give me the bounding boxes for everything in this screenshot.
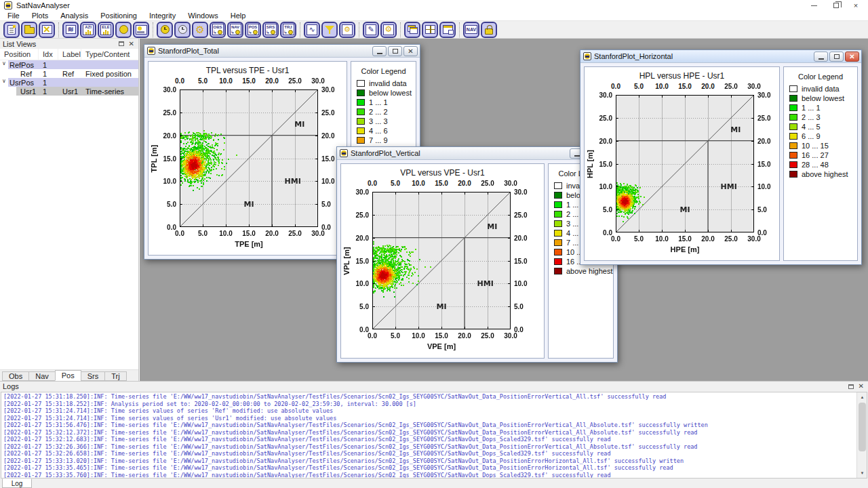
window-icon	[147, 47, 155, 55]
filter-funnel-icon[interactable]	[321, 22, 338, 38]
clock-filled-icon[interactable]	[157, 22, 173, 38]
tab-trj[interactable]: Trj	[104, 371, 126, 381]
restore-icon[interactable]	[827, 0, 846, 11]
lock-icon[interactable]	[481, 22, 497, 38]
mdi-window-vertical[interactable]: StanfordPlot_Vertical✕VPL versus VPE - U…	[336, 146, 618, 363]
pos-timeseries-icon[interactable]: POS↳	[245, 22, 261, 38]
menu-item-windows[interactable]: Windows	[182, 12, 224, 20]
column-header-label[interactable]: Label	[58, 49, 81, 60]
x-tick-label: 30.0	[500, 180, 521, 187]
open-folder-icon[interactable]	[21, 22, 37, 38]
plot-canvas[interactable]	[616, 95, 754, 232]
arrange-windows-icon[interactable]	[439, 22, 456, 38]
close-view-icon[interactable]: ✕	[39, 22, 55, 38]
cell: RefPos	[0, 60, 39, 69]
menu-item-help[interactable]: Help	[224, 12, 252, 20]
y-tick-label: 10.0	[593, 183, 612, 190]
plot-canvas[interactable]	[180, 89, 318, 227]
minimize-button[interactable]	[814, 52, 828, 62]
legend-label: 3 ... 3	[369, 117, 388, 125]
scroll-up-icon[interactable]: ▲	[857, 392, 867, 402]
clock-outline-icon[interactable]	[174, 22, 191, 38]
map-plot-icon[interactable]	[133, 22, 149, 38]
legend-entry: 6 ... 9	[784, 131, 857, 141]
close-icon[interactable]: ×	[846, 0, 865, 11]
y-tick-label: 15.0	[593, 161, 612, 168]
plot-canvas[interactable]	[372, 192, 511, 329]
skyplot-icon[interactable]	[115, 22, 132, 38]
minimize-button[interactable]	[372, 46, 387, 56]
float-panel-icon[interactable]	[848, 384, 854, 389]
minimize-icon[interactable]	[804, 0, 823, 11]
mdi-window-horizontal[interactable]: StanfordPlot_Horizontal✕HPL versus HPE -…	[580, 49, 862, 265]
timeseries-plot-icon[interactable]: ≋	[62, 22, 79, 38]
y-tick-label: 25.0	[157, 109, 176, 117]
x-tick-label: 5.0	[629, 235, 649, 243]
azimuth-plot-icon[interactable]: AZI	[80, 22, 96, 38]
column-header-idx[interactable]: Idx	[39, 49, 58, 60]
list-views-column-header: PositionIdxLabelType/Content	[0, 49, 138, 60]
y-tick-label: 5.0	[349, 303, 369, 310]
column-header-position[interactable]: Position	[0, 49, 39, 60]
legend-entry: 1 ... 1	[784, 103, 857, 113]
close-panel-icon[interactable]: ✕	[859, 383, 864, 390]
maximize-button[interactable]	[388, 46, 402, 56]
list-item-usrpos[interactable]: ∨UsrPos1	[0, 78, 138, 87]
report-icon[interactable]	[3, 22, 20, 38]
log-line: [2022-01-27 15:33:35.760]:INF: Time-seri…	[3, 472, 867, 479]
tab-obs[interactable]: Obs	[2, 371, 29, 381]
log-line: [2022-01-27 15:32:12.372]:INF: Time-seri…	[3, 429, 867, 436]
tab-pos[interactable]: Pos	[55, 370, 81, 381]
list-item-refpos[interactable]: ∨RefPos1	[0, 60, 138, 69]
float-panel-icon[interactable]	[119, 41, 124, 46]
window-titlebar[interactable]: StanfordPlot_Total✕	[144, 45, 420, 58]
menu-item-plots[interactable]: Plots	[26, 12, 54, 20]
legend-swatch	[357, 99, 365, 106]
menu-item-integrity[interactable]: Integrity	[143, 12, 182, 20]
nav-timeseries-icon[interactable]: NAV↳	[227, 22, 243, 38]
tab-srs[interactable]: Srs	[81, 371, 106, 381]
x-axis-title: TPE [m]	[180, 240, 318, 248]
y-tick-label: 20.0	[593, 138, 612, 145]
legend-entry: below lowest	[784, 94, 857, 103]
nav-mode-icon[interactable]: NAV	[463, 22, 479, 38]
cell: Usr1	[0, 87, 39, 96]
elevation-plot-icon[interactable]: ELE	[98, 22, 114, 38]
scrollbar-thumb[interactable]	[859, 403, 866, 451]
cell: 1	[39, 60, 58, 69]
close-panel-icon[interactable]: ✕	[129, 41, 134, 47]
logs-scrollbar[interactable]: ▲ ▼	[856, 392, 867, 478]
srs-timeseries-icon[interactable]: SRS↳	[262, 22, 279, 38]
plot-title: VPL versus VPE - Usr1	[341, 168, 544, 178]
window-titlebar[interactable]: StanfordPlot_Vertical✕	[337, 147, 617, 160]
maximize-button[interactable]	[829, 52, 844, 62]
obs-timeseries-icon[interactable]: OBS↳	[210, 22, 226, 38]
list-item-ref[interactable]: Ref1RefFixed position	[0, 69, 138, 78]
recompute-gear-icon[interactable]: ⚙	[380, 22, 397, 38]
menu-item-positioning[interactable]: Positioning	[94, 12, 143, 20]
trj-timeseries-icon[interactable]: TRJ↳	[280, 22, 296, 38]
legend-swatch	[789, 104, 797, 111]
edit-plot-icon[interactable]: ✎	[363, 22, 379, 38]
tile-windows-icon[interactable]	[422, 22, 438, 38]
menu-item-file[interactable]: File	[1, 12, 26, 20]
cascade-windows-icon[interactable]	[404, 22, 420, 38]
close-button[interactable]: ✕	[845, 52, 859, 62]
menu-item-analysis[interactable]: Analysis	[54, 12, 94, 20]
tab-nav[interactable]: Nav	[28, 371, 56, 381]
app-titlebar[interactable]: SatNavAnalyser ×	[0, 0, 868, 11]
column-header-typecontent[interactable]: Type/Content	[81, 49, 138, 60]
y-tick-label: 15.0	[757, 161, 778, 168]
x-tick-label: 10.0	[216, 77, 236, 85]
y-tick-label: 5.0	[757, 206, 778, 214]
log-tab[interactable]: Log	[2, 479, 32, 488]
close-button[interactable]: ✕	[403, 46, 418, 56]
process-gear-icon[interactable]: ⚙	[339, 22, 355, 38]
x-tick-label: 15.0	[431, 332, 452, 340]
window-titlebar[interactable]: StanfordPlot_Horizontal✕	[580, 50, 861, 63]
curve-fit-icon[interactable]: ∿	[304, 22, 320, 38]
list-item-usr1[interactable]: Usr11Usr1Time-series	[0, 87, 138, 96]
settings-gear-icon[interactable]: ⚙	[192, 22, 208, 38]
scroll-down-icon[interactable]: ▼	[857, 468, 867, 478]
legend-label: above highest	[802, 170, 848, 178]
